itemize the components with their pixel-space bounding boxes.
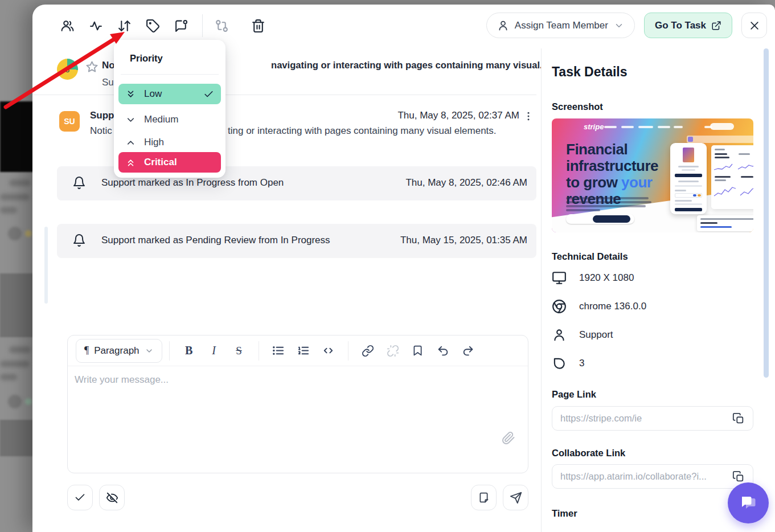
- chevrons-down-icon: [125, 89, 136, 100]
- priority-sort-button[interactable]: [111, 13, 137, 39]
- editor-divider: [259, 341, 259, 361]
- technical-details-label: Technical Details: [552, 251, 628, 262]
- resolution-value: 1920 X 1080: [579, 272, 634, 284]
- sort-icon: [117, 19, 132, 33]
- support-chat-button[interactable]: [728, 482, 769, 523]
- resolve-button[interactable]: [67, 485, 93, 510]
- compare-button[interactable]: [208, 13, 235, 39]
- priority-option-high[interactable]: High: [118, 132, 221, 153]
- ordered-list-button[interactable]: [291, 338, 316, 363]
- assign-team-member-button[interactable]: Assign Team Member: [486, 13, 635, 38]
- priority-option-label: Medium: [144, 114, 178, 125]
- bullet-list-button[interactable]: [266, 338, 291, 363]
- compare-icon: [215, 19, 229, 33]
- comment-body-prefix: Notic: [90, 125, 112, 137]
- bold-button[interactable]: B: [177, 338, 202, 363]
- thumb-sparkline: [714, 162, 733, 171]
- dimmed-background: [0, 0, 35, 532]
- task-title-prefix: No: [102, 60, 115, 71]
- redo-button[interactable]: [456, 338, 481, 363]
- thread-divider: [32, 95, 536, 95]
- count-value: 3: [579, 358, 584, 369]
- notification-timestamp: Thu, May 8, 2025, 02:46 AM: [405, 177, 527, 189]
- collaborate-link-value: https://app.atarim.io/collaborate?i...: [560, 471, 727, 482]
- delete-button[interactable]: [245, 13, 271, 39]
- content-scrollbar[interactable]: [44, 227, 48, 304]
- star-icon[interactable]: [85, 60, 99, 73]
- comment-button[interactable]: [168, 13, 194, 39]
- sidebar-scrollbar[interactable]: [764, 48, 769, 378]
- activity-button[interactable]: [83, 13, 109, 39]
- notification-text: Support marked as Pending Review from In…: [101, 235, 330, 246]
- assign-team-member-label: Assign Team Member: [515, 20, 608, 31]
- close-modal-button[interactable]: [741, 13, 767, 38]
- browser-row: chrome 136.0.0: [552, 299, 646, 314]
- thumb-footer-card: [697, 215, 753, 231]
- tag-button[interactable]: [140, 13, 166, 39]
- status-notification: Support marked as Pending Review from In…: [57, 224, 536, 258]
- undo-icon: [437, 345, 449, 357]
- copy-icon: [732, 412, 745, 425]
- user-icon: [552, 328, 567, 342]
- collaborate-link-input[interactable]: https://app.atarim.io/collaborate?i...: [552, 464, 753, 489]
- screenshot-label: Screenshot: [552, 101, 603, 112]
- check-icon: [203, 89, 214, 100]
- ordered-list-icon: [297, 344, 310, 357]
- chrome-icon: [552, 299, 567, 314]
- editor-toolbar: ¶ Paragraph B I S: [68, 335, 528, 366]
- chevron-down-icon: [614, 21, 624, 31]
- message-input[interactable]: Write your message...: [68, 366, 528, 455]
- timer-label: Timer: [552, 508, 577, 519]
- thumb-phone-mockup: [670, 143, 707, 214]
- save-note-button[interactable]: [471, 485, 497, 510]
- notification-text: Support marked as In Progress from Open: [101, 177, 284, 189]
- copy-page-link-button[interactable]: [732, 412, 745, 425]
- page-link-label: Page Link: [552, 389, 596, 400]
- comment-author-prefix: Supp: [90, 110, 114, 121]
- priority-option-medium[interactable]: Medium: [118, 109, 221, 130]
- screen: Assign Team Member Go To Task 3 No navig…: [0, 0, 775, 532]
- block-type-select[interactable]: ¶ Paragraph: [76, 339, 162, 363]
- stripe-logo: stripe: [584, 122, 604, 131]
- toolbar-actions: Assign Team Member Go To Task: [486, 13, 767, 38]
- unlink-button[interactable]: [380, 338, 405, 363]
- code-icon: [322, 344, 335, 357]
- link-button[interactable]: [355, 338, 380, 363]
- bell-icon: [72, 176, 86, 190]
- comment-body-suffix: ting or interacting with pages containin…: [228, 125, 497, 137]
- strikethrough-button[interactable]: S: [227, 338, 252, 363]
- chevron-down-icon: [125, 114, 136, 125]
- notification-timestamp: Thu, May 15, 2025, 01:35 AM: [400, 235, 527, 246]
- attach-file-button[interactable]: [502, 431, 515, 447]
- task-pin-badge: 3: [57, 59, 78, 80]
- avatar: SU: [59, 111, 80, 132]
- task-details-sidebar: Task Details Screenshot stripe Financial…: [541, 48, 775, 532]
- chevron-up-icon: [125, 137, 136, 148]
- italic-button[interactable]: I: [202, 338, 227, 363]
- code-button[interactable]: [316, 338, 341, 363]
- activity-icon: [89, 19, 103, 33]
- send-button[interactable]: [503, 485, 528, 510]
- go-to-task-button[interactable]: Go To Task: [644, 13, 732, 38]
- bullet-list-icon: [272, 344, 285, 357]
- priority-option-low[interactable]: Low: [118, 84, 221, 104]
- sidebar-title: Task Details: [552, 64, 628, 80]
- assignees-button[interactable]: [54, 13, 80, 39]
- toolbar-divider: [202, 14, 203, 37]
- comment-timestamp: Thu, May 8, 2025, 02:37 AM: [397, 110, 519, 121]
- task-toolbar: [54, 11, 273, 40]
- users-icon: [60, 19, 75, 33]
- close-icon: [749, 20, 760, 31]
- page-link-input[interactable]: https://stripe.com/ie: [552, 406, 753, 431]
- monitor-icon: [552, 271, 567, 285]
- priority-option-critical[interactable]: Critical: [118, 152, 221, 173]
- kebab-menu-icon[interactable]: [523, 110, 534, 124]
- internal-note-toggle-button[interactable]: [99, 485, 125, 510]
- bookmark-button[interactable]: [405, 338, 430, 363]
- screenshot-thumbnail[interactable]: stripe Financial infrastructure to grow …: [552, 118, 753, 232]
- send-icon: [510, 492, 522, 504]
- copy-collaborate-link-button[interactable]: [732, 470, 745, 483]
- count-row: 3: [552, 356, 584, 371]
- page-link-value: https://stripe.com/ie: [560, 413, 727, 424]
- undo-button[interactable]: [430, 338, 456, 363]
